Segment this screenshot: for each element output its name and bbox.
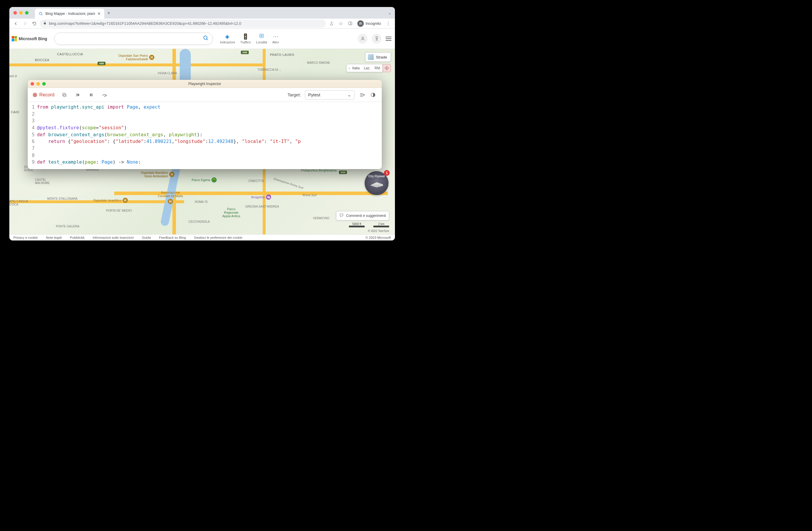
svg-marker-21 xyxy=(77,93,79,97)
tabs-dropdown-icon[interactable]: ⌄ xyxy=(388,11,391,15)
location-breadcrumb[interactable]: ▸ Italia · Laz. · RM xyxy=(346,64,383,72)
hospital-icon: H xyxy=(168,199,173,204)
fullscreen-window-icon[interactable] xyxy=(42,82,46,86)
record-button[interactable]: Record xyxy=(33,92,55,98)
panel-icon[interactable] xyxy=(346,19,354,28)
svg-point-5 xyxy=(359,24,361,25)
footer-legal[interactable]: Note legali xyxy=(46,236,62,239)
hospital-icon: H xyxy=(169,172,174,177)
map-label: CASTELLUCCIA xyxy=(57,53,83,56)
map-poi[interactable]: Ospedale San Pietro Fatebenefratelli H xyxy=(110,54,154,61)
inspector-titlebar[interactable]: Playwright Inspector xyxy=(28,80,382,88)
svg-point-25 xyxy=(104,96,105,97)
breadcrumb-item[interactable]: Laz. xyxy=(364,66,371,70)
map-poi[interactable]: Anagnina 🛍 xyxy=(251,194,271,200)
chrome-toolbar: bing.com/maps?toWww=1&redig=716D161F1105… xyxy=(9,19,395,29)
traffic-icon: 🚦 xyxy=(242,33,249,40)
svg-point-7 xyxy=(204,36,207,39)
poi-label: Parco Regionale Appia Antica xyxy=(220,207,243,218)
more-button[interactable]: ⋯ Altro xyxy=(272,33,279,44)
map-label: CINECITTÀ xyxy=(248,179,264,182)
footer-adinfo[interactable]: Informazioni sulle inserzioni xyxy=(92,236,134,239)
tab-favicon-icon xyxy=(39,11,43,16)
fullscreen-window-icon[interactable] xyxy=(25,11,29,15)
clear-log-button[interactable] xyxy=(359,92,365,97)
road xyxy=(9,63,266,67)
map-style-label: Strade xyxy=(376,55,387,59)
map-style-button[interactable]: Strade xyxy=(365,53,391,62)
search-input[interactable] xyxy=(59,36,203,41)
pause-button[interactable] xyxy=(88,92,95,97)
map-poi[interactable]: Ospedale Israelitico H xyxy=(93,198,128,203)
breadcrumb-item[interactable]: RM xyxy=(375,66,380,70)
inspector-toolbar-right: Target: Pytest ⌄ xyxy=(288,90,377,100)
new-tab-button[interactable]: + xyxy=(107,10,111,16)
reload-button[interactable] xyxy=(30,19,39,28)
directions-icon: ◈ xyxy=(225,33,230,40)
directions-button[interactable]: ◈ Indicazioni xyxy=(220,33,235,44)
feedback-button[interactable]: Commenti e suggerimenti xyxy=(336,211,389,220)
browser-tab[interactable]: Bing Mappe - Indicazioni, piani ✕ xyxy=(35,9,104,19)
close-tab-icon[interactable]: ✕ xyxy=(97,11,101,16)
bing-logo[interactable]: Microsoft Bing xyxy=(12,36,47,41)
map-label: CAIO xyxy=(11,110,19,114)
map-label: CECCHIGNOLA xyxy=(188,220,210,223)
city-flyover-button[interactable]: City Flyover 1 xyxy=(365,171,389,195)
traffic-button[interactable]: 🚦 Traffico xyxy=(240,33,251,44)
share-icon[interactable] xyxy=(327,19,336,28)
breadcrumb-item[interactable]: Italia xyxy=(352,66,359,70)
rewards-button[interactable] xyxy=(372,34,381,44)
shop-icon: 🛍 xyxy=(266,194,271,200)
address-bar[interactable]: bing.com/maps?toWww=1&redig=716D161F1105… xyxy=(40,19,326,28)
map-poi[interactable]: Associazione Cavalieri Di Malta H xyxy=(154,191,186,204)
map-label: stel di xyxy=(9,75,17,78)
locate-me-button[interactable] xyxy=(383,64,391,72)
back-button[interactable] xyxy=(12,19,20,28)
minimize-window-icon[interactable] xyxy=(19,11,23,15)
svg-point-12 xyxy=(386,68,387,69)
footer-cookies[interactable]: Gestisci le preferenze dei cookie xyxy=(194,236,242,239)
chrome-tab-bar: Bing Mappe - Indicazioni, piani ✕ + ⌄ xyxy=(9,7,395,19)
map-label: TORRACCIA DI ... xyxy=(258,68,281,71)
comment-icon xyxy=(339,213,344,218)
copy-button[interactable] xyxy=(61,92,68,98)
theme-toggle-button[interactable] xyxy=(369,92,377,98)
footer-guide[interactable]: Guida xyxy=(142,236,151,239)
map-poi[interactable]: Ospedale Bambino Gesù Ambulatori H xyxy=(133,171,174,178)
step-over-button[interactable] xyxy=(101,93,108,97)
footer-ads[interactable]: Pubblicità xyxy=(70,236,85,239)
map-poi[interactable]: Parco Regionale Appia Antica xyxy=(220,207,243,218)
code-content[interactable]: from playwright.sync_api import Page, ex… xyxy=(37,102,382,169)
bookmark-icon[interactable]: ☆ xyxy=(336,19,345,28)
bing-footer: Privacy e cookie Note legali Pubblicità … xyxy=(9,234,395,240)
svg-rect-22 xyxy=(90,93,90,96)
search-icon[interactable] xyxy=(203,35,208,42)
poi-label: Parco Egeria xyxy=(192,178,210,182)
road-badge: A90 xyxy=(98,62,105,65)
resume-button[interactable] xyxy=(74,92,81,97)
more-label: Altro xyxy=(272,41,279,44)
map-label: MARCO SIMONE xyxy=(307,61,330,64)
code-editor[interactable]: 1 2 3 4 5 6 7 8 9 from playwright.sync_a… xyxy=(28,102,382,169)
scale-km: 2 km xyxy=(378,222,385,226)
minimize-window-icon[interactable] xyxy=(37,82,40,86)
map-overlay-top-right: Strade ▸ Italia · Laz. · RM xyxy=(346,53,391,72)
menu-button[interactable] xyxy=(386,37,391,41)
map-label: BOCCEA xyxy=(35,58,49,62)
chrome-menu-icon[interactable]: ⋮ xyxy=(384,19,393,28)
close-window-icon[interactable] xyxy=(13,11,17,15)
local-button[interactable]: Località xyxy=(256,33,267,44)
footer-feedback[interactable]: Feedback su Bing xyxy=(159,236,186,239)
url-text: bing.com/maps?toWww=1&redig=716D161F1105… xyxy=(49,21,322,26)
target-select[interactable]: Pytest ⌄ xyxy=(305,90,354,100)
traffic-label: Traffico xyxy=(240,41,251,44)
svg-point-10 xyxy=(261,35,262,37)
close-window-icon[interactable] xyxy=(31,82,34,86)
inspector-title: Playwright Inspector xyxy=(188,82,221,86)
svg-point-6 xyxy=(361,24,362,25)
search-box[interactable] xyxy=(54,33,213,45)
map-poi[interactable]: Parco Egeria 🌳 xyxy=(192,177,217,182)
footer-privacy[interactable]: Privacy e cookie xyxy=(13,236,38,239)
line-gutter: 1 2 3 4 5 6 7 8 9 xyxy=(28,102,37,169)
profile-button[interactable] xyxy=(358,34,367,44)
